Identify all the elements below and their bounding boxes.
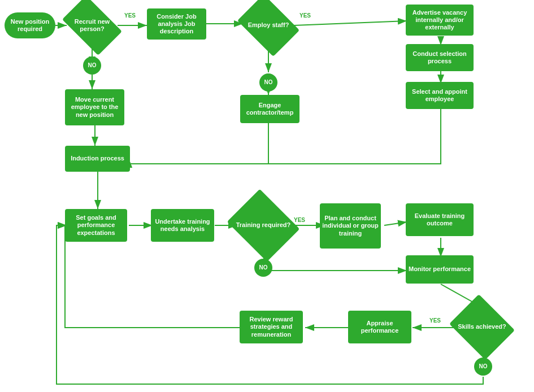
no-bubble-3: NO (254, 259, 272, 277)
advertise-node: Advertise vacancy internally and/or exte… (406, 5, 474, 36)
conduct-selection-node: Conduct selection process (406, 44, 474, 71)
new-position-node: New position required (5, 12, 55, 38)
flowchart: New position required Recruit new person… (0, 0, 534, 392)
review-reward-node: Review reward strategies and remuneratio… (240, 311, 303, 343)
recruit-new-node: Recruit new person? (67, 8, 118, 42)
set-goals-node: Set goals and performance expectations (65, 209, 127, 242)
evaluate-training-node: Evaluate training outcome (406, 203, 474, 236)
yes-label-4: YES (429, 317, 441, 324)
yes-label-2: YES (299, 12, 311, 19)
induction-node: Induction process (65, 146, 130, 172)
skills-achieved-node: Skills achieved? (457, 306, 507, 348)
training-required-node: Training required? (235, 202, 292, 249)
appraise-node: Appraise performance (348, 311, 411, 343)
no-bubble-4: NO (474, 358, 492, 376)
engage-contractor-node: Engage contractor/temp (240, 95, 299, 123)
plan-conduct-node: Plan and conduct individual or group tra… (320, 203, 381, 249)
no-bubble-1: NO (83, 56, 101, 75)
no-bubble-2: NO (259, 73, 277, 92)
move-employee-node: Move current employee to the new positio… (65, 89, 124, 125)
monitor-performance-node: Monitor performance (406, 255, 474, 284)
svg-line-17 (384, 222, 407, 225)
employ-staff-node: Employ staff? (243, 7, 294, 44)
consider-job-node: Consider Job analysis Job description (147, 8, 206, 40)
yes-label-1: YES (124, 12, 136, 19)
svg-line-4 (294, 21, 407, 25)
select-appoint-node: Select and appoint employee (406, 82, 474, 109)
undertake-training-node: Undertake training needs analysis (151, 209, 214, 242)
yes-label-3: YES (294, 217, 305, 223)
